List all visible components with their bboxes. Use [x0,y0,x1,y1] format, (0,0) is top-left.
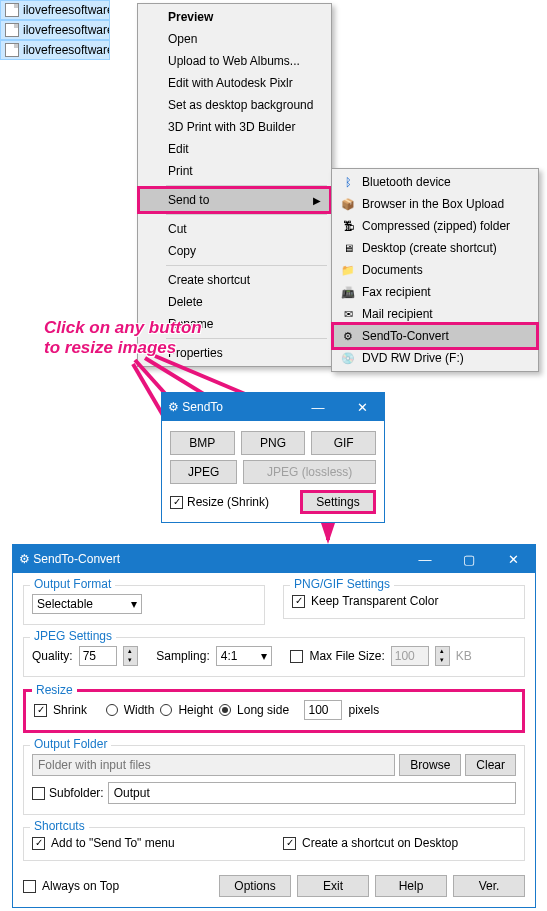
chevron-down-icon: ▾ [131,597,137,611]
shortcuts-group: Shortcuts ✓Add to "Send To" menu ✓Create… [23,827,525,861]
file-name: ilovefreesoftware (2).p [23,23,110,37]
sendto-small-window: ⚙ SendTo — ✕ BMP PNG GIF JPEG JPEG (loss… [161,392,385,523]
menu-3dprint[interactable]: 3D Print with 3D Builder [140,116,329,138]
exit-button[interactable]: Exit [297,875,369,897]
annotation-text: Click on any button to resize images [44,318,202,359]
clear-button[interactable]: Clear [465,754,516,776]
jpeg-settings-group: JPEG Settings Quality: 75 ▴▾ Sampling: 4… [23,637,525,677]
add-sendto-checkbox[interactable]: ✓ [32,837,45,850]
maximize-button[interactable]: ▢ [447,545,491,573]
mail-icon: ✉ [340,306,356,322]
sampling-select[interactable]: 4:1▾ [216,646,272,666]
always-on-top-checkbox[interactable]: ✓ [23,880,36,893]
file-item[interactable]: ilovefreesoftware (3).p [0,40,110,60]
app-icon: ⚙ [168,400,179,414]
jpeg-lossless-button[interactable]: JPEG (lossless) [243,460,376,484]
group-label: Output Format [30,577,115,591]
max-filesize-checkbox[interactable]: ✓ [290,650,303,663]
options-button[interactable]: Options [219,875,291,897]
max-filesize-spinner[interactable]: ▴▾ [435,646,450,666]
sendto-dvd[interactable]: 💿DVD RW Drive (F:) [334,347,536,369]
subfolder-label: Subfolder: [49,786,104,800]
file-item[interactable]: ilovefreesoftware (2).p [0,20,110,40]
sendto-settings-window: ⚙ SendTo-Convert — ▢ ✕ Output Format Sel… [12,544,536,908]
gif-button[interactable]: GIF [311,431,376,455]
output-folder-input[interactable] [32,754,395,776]
browse-button[interactable]: Browse [399,754,461,776]
menu-delete[interactable]: Delete [140,291,329,313]
settings-button[interactable]: Settings [300,490,376,514]
group-label: PNG/GIF Settings [290,577,394,591]
close-button[interactable]: ✕ [340,393,384,421]
menu-cut[interactable]: Cut [140,218,329,240]
file-name: ilovefreesoftware (3).p [23,43,110,57]
bmp-button[interactable]: BMP [170,431,235,455]
max-filesize-input[interactable]: 100 [391,646,429,666]
subfolder-checkbox[interactable]: ✓ [32,787,45,800]
menu-edit[interactable]: Edit [140,138,329,160]
quality-spinner[interactable]: ▴▾ [123,646,138,666]
titlebar[interactable]: ⚙ SendTo — ✕ [162,393,384,421]
file-name: ilovefreesoftware (1).p [23,3,110,17]
help-button[interactable]: Help [375,875,447,897]
chevron-right-icon: ▶ [313,195,321,206]
menu-pixlr[interactable]: Edit with Autodesk Pixlr [140,72,329,94]
sendto-desktop[interactable]: 🖥Desktop (create shortcut) [334,237,536,259]
quality-input[interactable]: 75 [79,646,117,666]
minimize-button[interactable]: — [296,393,340,421]
width-radio[interactable] [106,704,118,716]
subfolder-input[interactable] [108,782,516,804]
create-desktop-checkbox[interactable]: ✓ [283,837,296,850]
output-folder-group: Output Folder Browse Clear ✓ Subfolder: [23,745,525,815]
jpeg-button[interactable]: JPEG [170,460,237,484]
close-button[interactable]: ✕ [491,545,535,573]
send-to-submenu: ᛒBluetooth device 📦Browser in the Box Up… [331,168,539,372]
keep-transparent-checkbox[interactable]: ✓ [292,595,305,608]
shrink-checkbox[interactable]: ✓ [34,704,47,717]
shrink-label: Shrink [53,703,87,717]
sendto-fax[interactable]: 📠Fax recipient [334,281,536,303]
png-button[interactable]: PNG [241,431,306,455]
output-format-select[interactable]: Selectable▾ [32,594,142,614]
sendto-convert[interactable]: ⚙SendTo-Convert [331,322,539,350]
file-item[interactable]: ilovefreesoftware (1).p [0,0,110,20]
pixels-label: pixels [348,703,379,717]
sendto-bluetooth[interactable]: ᛒBluetooth device [334,171,536,193]
resize-checkbox[interactable]: ✓ [170,496,183,509]
image-file-icon [5,3,19,17]
sendto-compressed[interactable]: 🗜Compressed (zipped) folder [334,215,536,237]
ver-button[interactable]: Ver. [453,875,525,897]
png-gif-group: PNG/GIF Settings ✓Keep Transparent Color [283,585,525,619]
sampling-label: Sampling: [156,649,209,663]
menu-send-to[interactable]: Send to▶ [137,186,332,214]
height-radio[interactable] [160,704,172,716]
app-icon: ⚙ [19,552,30,566]
menu-print[interactable]: Print [140,160,329,182]
sendto-browser-box[interactable]: 📦Browser in the Box Upload [334,193,536,215]
add-sendto-label: Add to "Send To" menu [51,836,175,850]
menu-preview[interactable]: Preview [140,6,329,28]
menu-open[interactable]: Open [140,28,329,50]
file-list: ilovefreesoftware (1).p ilovefreesoftwar… [0,0,138,60]
group-label: Resize [32,683,77,697]
titlebar[interactable]: ⚙ SendTo-Convert — ▢ ✕ [13,545,535,573]
menu-upload[interactable]: Upload to Web Albums... [140,50,329,72]
context-menu: Preview Open Upload to Web Albums... Edi… [137,3,332,367]
menu-create-shortcut[interactable]: Create shortcut [140,269,329,291]
menu-copy[interactable]: Copy [140,240,329,262]
disc-icon: 💿 [340,350,356,366]
resize-pixels-input[interactable]: 100 [304,700,342,720]
chevron-down-icon: ▾ [261,649,267,663]
longside-radio[interactable] [219,704,231,716]
group-label: Output Folder [30,737,111,751]
minimize-button[interactable]: — [403,545,447,573]
sendto-convert-icon: ⚙ [340,328,356,344]
menu-setbg[interactable]: Set as desktop background [140,94,329,116]
window-title: SendTo-Convert [33,552,120,566]
separator [166,265,327,266]
separator [166,214,327,215]
quality-label: Quality: [32,649,73,663]
always-on-top-label: Always on Top [42,879,119,893]
sendto-documents[interactable]: 📁Documents [334,259,536,281]
image-file-icon [5,23,19,37]
